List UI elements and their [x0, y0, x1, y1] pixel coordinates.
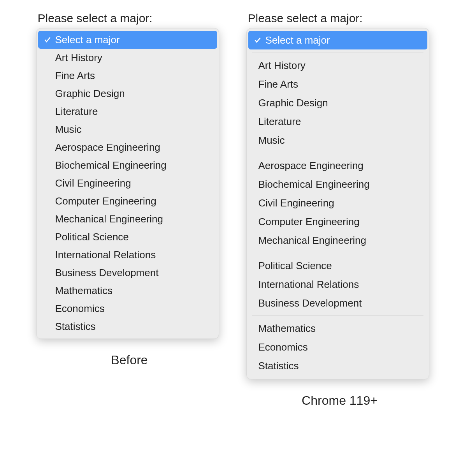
- select-option[interactable]: Biochemical Engineering: [37, 156, 219, 174]
- option-label: Art History: [55, 52, 102, 64]
- option-label: Select a major: [265, 34, 330, 46]
- option-label: Computer Engineering: [55, 195, 156, 207]
- option-label: Graphic Design: [55, 88, 125, 100]
- option-label: Aerospace Engineering: [55, 141, 160, 153]
- option-label: Statistics: [258, 360, 299, 372]
- option-label: Political Science: [258, 260, 332, 272]
- select-option[interactable]: Mechanical Engineering: [37, 210, 219, 228]
- option-label: Mathematics: [258, 323, 316, 335]
- group-separator: [252, 53, 423, 53]
- option-label: Political Science: [55, 231, 129, 243]
- option-label: Business Development: [55, 267, 159, 279]
- select-option[interactable]: Mechanical Engineering: [247, 231, 429, 250]
- option-label: Aerospace Engineering: [258, 160, 364, 172]
- select-option[interactable]: Fine Arts: [37, 67, 219, 85]
- select-option[interactable]: Computer Engineering: [247, 212, 429, 231]
- select-label: Please select a major:: [248, 12, 363, 25]
- select-option[interactable]: Statistics: [37, 317, 219, 335]
- select-option[interactable]: Civil Engineering: [247, 194, 429, 212]
- select-label: Please select a major:: [38, 12, 153, 25]
- select-option[interactable]: International Relations: [247, 275, 429, 294]
- option-label: Biochemical Engineering: [55, 159, 167, 171]
- checkmark-icon: [254, 36, 262, 44]
- option-label: Civil Engineering: [258, 197, 334, 209]
- select-option[interactable]: Select a major: [38, 31, 217, 49]
- select-option[interactable]: Business Development: [247, 294, 429, 312]
- option-label: Art History: [258, 60, 306, 72]
- select-option[interactable]: Literature: [247, 112, 429, 131]
- select-option[interactable]: Statistics: [247, 356, 429, 375]
- option-label: Civil Engineering: [55, 177, 131, 189]
- select-option[interactable]: Music: [247, 131, 429, 150]
- option-label: Mechanical Engineering: [55, 213, 163, 225]
- caption-after: Chrome 119+: [302, 393, 378, 408]
- select-option[interactable]: Graphic Design: [37, 85, 219, 102]
- group-separator: [252, 316, 423, 316]
- select-option[interactable]: Mathematics: [247, 319, 429, 338]
- select-option[interactable]: Political Science: [37, 228, 219, 246]
- select-option[interactable]: Fine Arts: [247, 75, 429, 93]
- select-option[interactable]: Economics: [37, 300, 219, 317]
- option-label: Business Development: [258, 297, 362, 309]
- option-label: Computer Engineering: [258, 216, 360, 228]
- option-label: Economics: [258, 341, 308, 353]
- option-label: Select a major: [55, 34, 120, 46]
- select-option[interactable]: Economics: [247, 338, 429, 356]
- group-separator: [252, 253, 423, 253]
- select-option[interactable]: Select a major: [248, 31, 427, 49]
- option-label: Graphic Design: [258, 97, 328, 109]
- option-label: Mathematics: [55, 285, 112, 297]
- option-label: Biochemical Engineering: [258, 178, 370, 190]
- select-option[interactable]: Biochemical Engineering: [247, 175, 429, 194]
- variant-before: Please select a major: Select a majorArt…: [36, 12, 223, 367]
- select-option[interactable]: Art History: [37, 49, 219, 67]
- select-option[interactable]: Computer Engineering: [37, 192, 219, 210]
- option-label: Fine Arts: [55, 70, 95, 82]
- select-option[interactable]: Mathematics: [37, 282, 219, 300]
- option-label: Music: [258, 134, 285, 146]
- select-option[interactable]: Political Science: [247, 256, 429, 275]
- option-label: Mechanical Engineering: [258, 234, 367, 247]
- select-option[interactable]: Graphic Design: [247, 93, 429, 112]
- select-option[interactable]: Art History: [247, 56, 429, 75]
- select-option[interactable]: Literature: [37, 102, 219, 120]
- option-label: Statistics: [55, 321, 96, 333]
- group-separator: [252, 153, 423, 153]
- select-option[interactable]: Business Development: [37, 264, 219, 282]
- select-option[interactable]: International Relations: [37, 246, 219, 264]
- select-option[interactable]: Aerospace Engineering: [247, 156, 429, 175]
- caption-before: Before: [111, 353, 148, 367]
- select-popup-before[interactable]: Select a majorArt HistoryFine ArtsGraphi…: [36, 28, 219, 339]
- option-label: International Relations: [55, 249, 156, 261]
- select-option[interactable]: Aerospace Engineering: [37, 138, 219, 156]
- option-label: Economics: [55, 303, 105, 315]
- checkmark-icon: [44, 36, 51, 44]
- variant-after: Please select a major: Select a majorArt…: [246, 12, 433, 408]
- select-option[interactable]: Civil Engineering: [37, 174, 219, 192]
- option-label: Literature: [55, 106, 98, 118]
- option-label: International Relations: [258, 279, 359, 291]
- option-label: Fine Arts: [258, 78, 299, 90]
- select-option[interactable]: Music: [37, 120, 219, 138]
- select-popup-after[interactable]: Select a majorArt HistoryFine ArtsGraphi…: [246, 28, 429, 379]
- option-label: Literature: [258, 116, 301, 128]
- option-label: Music: [55, 123, 82, 136]
